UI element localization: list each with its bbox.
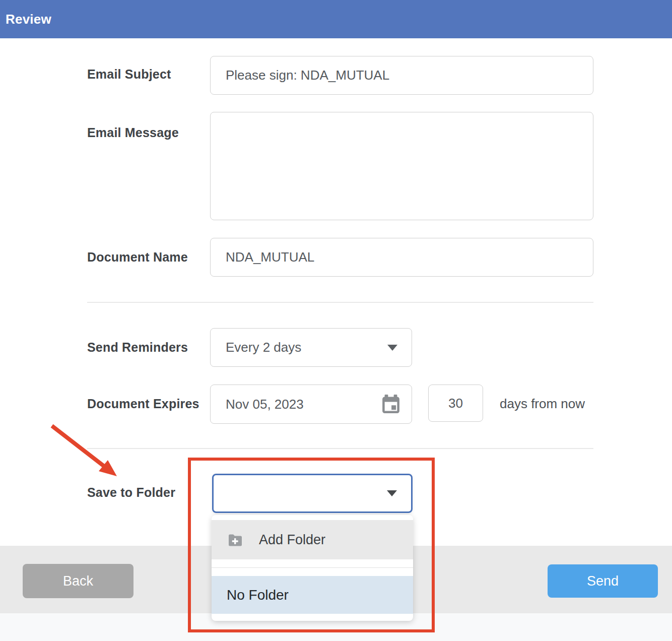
expiration-date-value: Nov 05, 2023 [226,397,304,412]
section-divider [87,448,593,449]
chevron-down-icon [387,345,397,351]
expiration-date-picker[interactable]: Nov 05, 2023 [210,384,412,424]
email-subject-input[interactable] [210,56,593,95]
save-to-folder-label: Save to Folder [87,485,175,500]
folder-plus-icon [228,534,243,546]
back-button[interactable]: Back [23,564,133,598]
menu-divider [212,559,413,576]
menu-item-label: No Folder [227,587,289,603]
chevron-down-icon [387,490,397,496]
send-reminders-label: Send Reminders [87,340,188,355]
send-reminders-select[interactable]: Every 2 days [210,328,412,367]
dialog-header: Review [0,0,672,38]
expiration-days-suffix: days from now [500,396,585,412]
review-dialog: Review Email Subject Email Message Docum… [0,0,672,641]
menu-item-add-folder[interactable]: Add Folder [212,520,413,559]
email-message-label: Email Message [87,125,179,140]
email-subject-label: Email Subject [87,67,171,82]
menu-item-no-folder[interactable]: No Folder [212,576,413,614]
document-expires-label: Document Expires [87,397,199,411]
document-name-input[interactable] [210,238,593,277]
email-message-input[interactable] [210,112,593,220]
annotation-arrow [48,420,123,480]
save-to-folder-select[interactable] [212,474,413,513]
page-title: Review [6,12,51,27]
section-divider [87,302,593,303]
menu-item-label: Add Folder [259,532,325,548]
document-name-label: Document Name [87,250,188,265]
calendar-icon [382,394,400,414]
send-button[interactable]: Send [548,564,658,598]
folder-dropdown-menu: Add Folder No Folder [212,515,413,621]
expiration-days-input[interactable] [428,384,483,422]
send-reminders-value: Every 2 days [226,340,301,355]
